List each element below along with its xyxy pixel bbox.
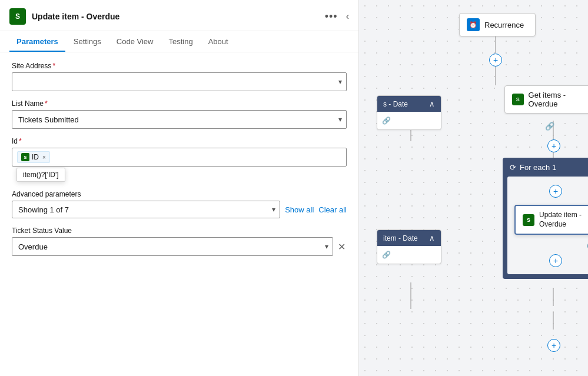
partial-card-header-2: item - Date ∧: [377, 230, 441, 246]
id-tooltip: item()?['ID']: [16, 168, 65, 182]
add-step-button-2[interactable]: +: [547, 139, 560, 152]
update-item-label: Update item - Overdue: [539, 211, 582, 229]
list-name-wrapper: Tickets Submitted ▾: [12, 110, 347, 129]
link-icon-1: 🔗: [545, 122, 554, 131]
link-icon-partial-2: 🔗: [382, 251, 391, 259]
site-address-label: Site Address *: [12, 62, 347, 70]
clear-all-button[interactable]: Clear all: [318, 205, 347, 214]
get-items-label: Get items - Overdue: [529, 91, 588, 108]
partial-card-collapse-2[interactable]: ∧: [429, 234, 435, 242]
partial-card-title-2: item - Date: [383, 234, 418, 242]
panel-title: Update item - Overdue: [32, 12, 319, 21]
more-options-button[interactable]: •••: [325, 11, 338, 23]
foreach-label: For each 1: [520, 163, 556, 172]
app-icon: S: [9, 8, 26, 25]
token-close-button[interactable]: ×: [42, 154, 46, 161]
show-all-button[interactable]: Show all: [285, 205, 314, 214]
ticket-status-row: Overdue ▾ ✕: [12, 237, 347, 256]
advanced-params-label: Advanced parameters: [12, 190, 347, 198]
ticket-status-label: Ticket Status Value: [12, 227, 347, 235]
partial-card-collapse-1[interactable]: ∧: [429, 99, 435, 108]
add-step-button-1[interactable]: +: [489, 54, 502, 66]
foreach-container: ⟳ For each 1 ∧ + S Update item - Overdue…: [503, 158, 588, 279]
sp-icon: S: [512, 94, 524, 105]
link-icon-partial-1: 🔗: [382, 117, 391, 125]
sp-icon-update: S: [523, 214, 534, 226]
update-item-node[interactable]: S Update item - Overdue: [514, 205, 588, 235]
clear-ticket-status-button[interactable]: ✕: [337, 240, 347, 254]
ticket-status-group: Ticket Status Value Overdue ▾ ✕: [12, 227, 347, 256]
required-star: *: [19, 137, 22, 145]
tab-settings[interactable]: Settings: [67, 31, 108, 52]
collapse-button[interactable]: ‹: [346, 11, 349, 22]
tabs-bar: Parameters Settings Code View Testing Ab…: [0, 31, 358, 52]
list-name-select[interactable]: Tickets Submitted: [12, 110, 347, 129]
required-star: *: [45, 99, 48, 108]
add-step-button-foreach-top[interactable]: +: [549, 185, 562, 198]
tab-about[interactable]: About: [201, 31, 235, 52]
form-area: Site Address * ▾ List Name * Tickets Sub…: [0, 52, 358, 376]
add-step-button-foreach-bottom[interactable]: +: [549, 254, 562, 267]
partial-card-date-2[interactable]: item - Date ∧ 🔗: [377, 229, 441, 264]
adv-select-wrapper: Showing 1 of 7 ▾: [12, 201, 280, 218]
clock-icon: ⏰: [467, 18, 480, 31]
advanced-params-group: Advanced parameters Showing 1 of 7 ▾ Sho…: [12, 190, 347, 218]
token-label: ID: [32, 153, 39, 161]
partial-card-body-1: 🔗: [377, 112, 441, 129]
partial-card-title-1: s - Date: [383, 100, 408, 108]
partial-card-date-1[interactable]: s - Date ∧ 🔗: [377, 95, 441, 130]
id-token: S ID ×: [17, 151, 50, 163]
foreach-title: ⟳ For each 1: [510, 163, 556, 172]
panel-header: S Update item - Overdue ••• ‹: [0, 0, 358, 31]
token-sp-icon: S: [21, 153, 29, 161]
partial-card-body-2: 🔗: [377, 246, 441, 264]
advanced-params-select[interactable]: Showing 1 of 7: [12, 201, 280, 218]
ticket-status-select[interactable]: Overdue: [12, 237, 333, 256]
tab-code-view[interactable]: Code View: [109, 31, 161, 52]
site-address-wrapper: ▾: [12, 72, 347, 91]
right-panel: ⏰ Recurrence + S Get items - Overdue 🔗 +…: [359, 0, 588, 376]
ticket-select-wrapper: Overdue ▾: [12, 237, 333, 256]
tab-parameters[interactable]: Parameters: [9, 31, 65, 52]
list-name-label: List Name *: [12, 99, 347, 108]
id-label: Id *: [12, 137, 347, 145]
site-address-select[interactable]: [12, 72, 347, 91]
foreach-icon: ⟳: [510, 163, 516, 172]
left-panel: S Update item - Overdue ••• ‹ Parameters…: [0, 0, 359, 376]
recurrence-label: Recurrence: [484, 21, 524, 29]
advanced-params-row: Showing 1 of 7 ▾ Show all Clear all: [12, 201, 347, 218]
get-items-node[interactable]: S Get items - Overdue: [504, 85, 588, 114]
partial-card-header-1: s - Date ∧: [377, 96, 441, 112]
required-star: *: [52, 62, 55, 70]
foreach-body: + S Update item - Overdue 🔗 +: [507, 177, 588, 274]
id-token-field[interactable]: S ID ×: [12, 148, 347, 167]
add-step-button-after-foreach[interactable]: +: [547, 339, 560, 352]
site-address-group: Site Address * ▾: [12, 62, 347, 91]
foreach-header: ⟳ For each 1 ∧: [503, 158, 588, 177]
list-name-group: List Name * Tickets Submitted ▾: [12, 99, 347, 129]
id-group: Id * S ID × item()?['ID']: [12, 137, 347, 182]
recurrence-node[interactable]: ⏰ Recurrence: [459, 13, 536, 36]
tab-testing[interactable]: Testing: [161, 31, 200, 52]
